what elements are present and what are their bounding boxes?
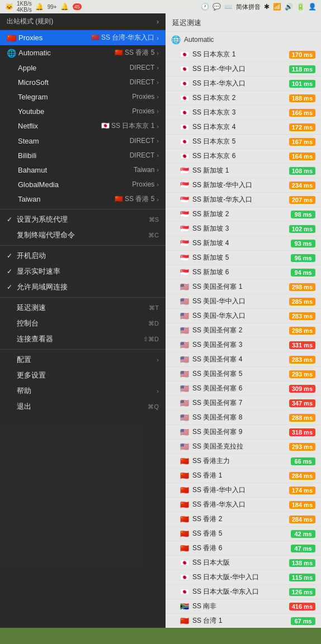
latency-item[interactable]: 🇨🇳SS 香港 647 ms [166,541,321,556]
menu-item-config[interactable]: ✓ 配置 › [0,352,166,368]
menu-item-bilibili[interactable]: Bilibili DIRECT › [0,148,166,163]
menu-item-latency-test[interactable]: ✓ 延迟测速 ⌘T [0,300,166,316]
nf-flag-inner: 🇯🇵 [101,122,110,130]
menu-item-netflix[interactable]: Netflix 🇯🇵 SS 日本东京 1 › [0,118,166,133]
notification-icon[interactable]: 🔔 [35,2,44,11]
gm-value: Proxies [132,180,154,188]
menu-item-allow-lan[interactable]: ✓ 允许局域网连接 [0,279,166,295]
latency-item[interactable]: 🇺🇸SS 美国圣何塞 9318 ms [166,425,321,440]
copy-terminal-label: 复制终端代理命令 [17,230,148,240]
latency-flag: 🇺🇸 [180,297,189,306]
latency-badge: 285 ms [289,298,315,306]
latency-name: SS 香港-华中入口 [192,485,289,495]
latency-item[interactable]: 🇨🇳SS 香港 1284 ms [166,469,321,483]
latency-item[interactable]: 🇯🇵SS 日本大阪-华中入口115 ms [166,570,321,585]
menu-item-proxies[interactable]: 🇨🇳 Proxies 🇨🇳 SS 台湾-华东入口 › [0,30,166,45]
latency-flag: 🇨🇳 [180,617,189,625]
latency-item[interactable]: 🇺🇸SS 美国-华中入口285 ms [166,294,321,309]
latency-item[interactable]: 🇨🇳SS 台湾 167 ms [166,614,321,628]
menu-item-connection-viewer[interactable]: ✓ 连接查看器 ⇧⌘D [0,331,166,347]
menu-item-quit[interactable]: ✓ 退出 ⌘Q [0,399,166,414]
latency-badge: 166 ms [289,109,315,117]
menu-item-system-proxy[interactable]: ✓ 设置为系统代理 ⌘S [0,212,166,227]
latency-item[interactable]: 🇯🇵SS 日本东京 5167 ms [166,135,321,149]
copy-terminal-check: ✓ [7,231,16,239]
latency-item[interactable]: 🇺🇸SS 美国圣何塞 4283 ms [166,352,321,367]
latency-item[interactable]: 🇸🇬SS 新加坡 596 ms [166,251,321,265]
latency-item[interactable]: 🇨🇳SS 香港 2284 ms [166,512,321,527]
menu-item-show-speed[interactable]: ✓ 显示实时速率 [0,264,166,279]
nf-label: Netflix [18,122,101,130]
gm-arrow: › [157,181,159,188]
latency-name: SS 日本东京 3 [192,108,289,117]
latency-flag: 🇯🇵 [180,123,189,131]
latency-item[interactable]: 🇯🇵SS 日本大阪138 ms [166,556,321,570]
latency-item[interactable]: 🇯🇵SS 日本东京 1170 ms [166,47,321,62]
latency-badge: 108 ms [289,167,315,175]
menu-item-copy-terminal[interactable]: ✓ 复制终端代理命令 ⌘C [0,227,166,243]
separator-4 [0,349,166,350]
yt-arrow: › [157,108,159,115]
latency-item[interactable]: 🇺🇸SS 美国圣何塞 1298 ms [166,280,321,294]
menu-item-start-on-boot[interactable]: ✓ 开机启动 [0,248,166,264]
latency-item[interactable]: 🇯🇵SS 日本大阪-华东入口126 ms [166,585,321,599]
latency-item[interactable]: 🇸🇬SS 新加坡-华东入口207 ms [166,193,321,207]
separator-3 [0,297,166,298]
latency-item[interactable]: 🇨🇳SS 香港 542 ms [166,527,321,541]
menu-item-apple[interactable]: Apple DIRECT › [0,60,166,75]
latency-item[interactable]: 🇸🇬SS 新加坡 694 ms [166,265,321,280]
automatic-flag: 🌐 [7,49,16,58]
latency-item[interactable]: 🇺🇸SS 美国圣何塞 7347 ms [166,396,321,411]
latency-item[interactable]: 🇸🇬SS 新加坡 493 ms [166,236,321,251]
latency-item[interactable]: 🇿🇦SS 南非416 ms [166,599,321,614]
latency-name: SS 新加坡 5 [192,253,291,263]
yt-label: Youtube [18,107,132,116]
menu-item-globalmedia[interactable]: GlobalMedia Proxies › [0,177,166,192]
latency-item[interactable]: 🇯🇵SS 日本-华东入口101 ms [166,77,321,91]
latency-item[interactable]: 🇸🇬SS 新加坡 298 ms [166,207,321,222]
config-arrow: › [157,356,159,363]
menu-item-automatic[interactable]: 🌐 Automatic 🇨🇳 SS 香港 5 › [0,45,166,60]
latency-badge: 93 ms [291,240,315,247]
latency-shortcut: ⌘T [149,304,159,312]
latency-flag: 🇨🇳 [180,544,189,552]
latency-item[interactable]: 🇨🇳SS 香港-华中入口174 ms [166,483,321,498]
latency-item[interactable]: 🇸🇬SS 新加坡-华中入口234 ms [166,178,321,193]
latency-name: SS 日本东京 5 [192,137,289,146]
menubar: 🐱 1KB/s 4KB/s 🔔 99+ 🔔 45 🕐 💬 ⌨️ 简体拼音 ✱ 📶… [0,0,321,13]
menu-item-steam[interactable]: Steam DIRECT › [0,133,166,148]
latency-item[interactable]: 🇺🇸SS 美国圣何塞 6309 ms [166,381,321,396]
menu-item-bahamut[interactable]: Bahamut Taiwan › [0,163,166,177]
apple-arrow: › [157,64,159,71]
menu-item-youtube[interactable]: Youtube Proxies › [0,104,166,118]
right-panel: 延迟测速 🌐 Automatic 🇯🇵SS 日本东京 1170 ms🇯🇵SS 日… [166,13,321,628]
proxies-value: 🇨🇳 SS 台湾-华东入口 [91,33,155,42]
latency-item[interactable]: 🇯🇵SS 日本-华中入口118 ms [166,62,321,77]
latency-item[interactable]: 🇯🇵SS 日本东京 4172 ms [166,120,321,135]
menu-item-telegram[interactable]: Telegram Proxies › [0,89,166,104]
latency-item[interactable]: 🇯🇵SS 日本东京 3166 ms [166,106,321,120]
menu-item-help[interactable]: ✓ 帮助 › [0,383,166,399]
latency-auto-item[interactable]: 🌐 Automatic [166,32,321,47]
latency-item[interactable]: 🇯🇵SS 日本东京 6164 ms [166,149,321,164]
menu-item-microsoft[interactable]: MicroSoft DIRECT › [0,75,166,89]
latency-item[interactable]: 🇺🇸SS 美国圣何塞 3331 ms [166,338,321,352]
app-icon[interactable]: 🐱 [4,2,13,11]
latency-item[interactable]: 🇯🇵SS 日本东京 2188 ms [166,91,321,106]
latency-item[interactable]: 🇨🇳SS 香港主力66 ms [166,454,321,469]
latency-item[interactable]: 🇺🇸SS 美国圣何塞 2298 ms [166,323,321,338]
menu-item-console[interactable]: ✓ 控制台 ⌘D [0,316,166,331]
latency-item[interactable]: 🇺🇸SS 美国-华东入口283 ms [166,309,321,323]
latency-item[interactable]: 🇺🇸SS 美国圣何塞 8288 ms [166,411,321,425]
latency-item[interactable]: 🇨🇳SS 香港-华东入口184 ms [166,498,321,512]
menu-item-taiwan[interactable]: Taiwan 🇨🇳 SS 香港 5 › [0,192,166,207]
menu-item-more-settings[interactable]: ✓ 更多设置 [0,368,166,383]
latency-badge: 288 ms [289,414,315,422]
latency-item[interactable]: 🇸🇬SS 新加坡 3102 ms [166,222,321,236]
latency-item[interactable]: 🇸🇬SS 新加坡 1108 ms [166,164,321,178]
latency-item[interactable]: 🇺🇸SS 美国圣何塞 5293 ms [166,367,321,381]
latency-flag: 🇸🇬 [180,239,189,247]
bell-icon[interactable]: 🔔 [60,2,69,11]
latency-name: SS 美国圣何塞 3 [192,340,289,350]
latency-item[interactable]: 🇺🇸SS 美国圣克拉拉293 ms [166,440,321,454]
